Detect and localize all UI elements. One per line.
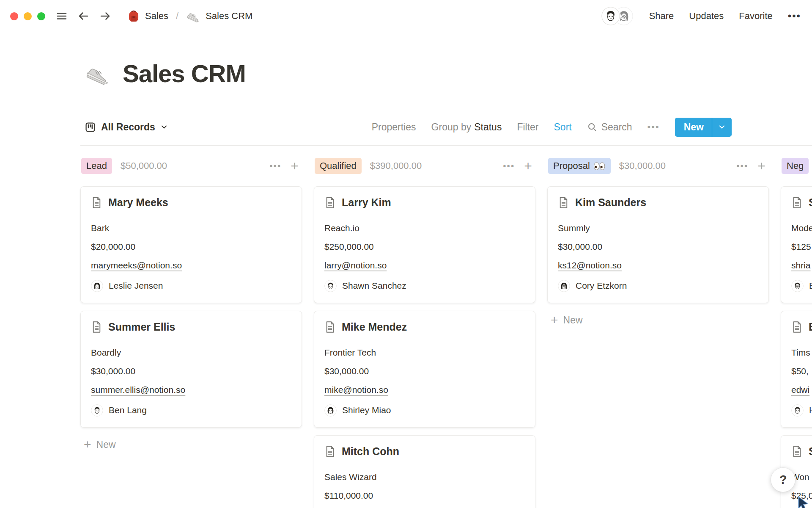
search-icon (587, 122, 598, 133)
add-card-button[interactable]: + New (547, 313, 769, 327)
new-record-main[interactable]: New (675, 118, 712, 137)
status-badge-label: Neg (787, 160, 804, 172)
page-title: Sales CRM (123, 59, 246, 88)
card-owner-row: Shawn Sanchez (324, 277, 525, 294)
more-options-icon[interactable]: ••• (788, 10, 801, 22)
column-add-icon[interactable]: + (291, 160, 299, 172)
card-email-link[interactable]: ks12@notion.so (558, 256, 622, 275)
page-icon (324, 196, 336, 209)
board-column: Qualified $390,000.00 ••• + (314, 157, 535, 508)
card-amount: $250,000.00 (324, 237, 525, 256)
card-title-row: Mitch Cohn (324, 444, 525, 458)
window-controls (10, 12, 45, 20)
card-company: Bark (91, 219, 291, 237)
card-title-row: Mary Meeks (91, 195, 291, 210)
card-owner-row: Shirley Miao (324, 402, 525, 419)
record-card[interactable]: Mitch Cohn Sales Wizard $110,000.00 mitc… (314, 435, 535, 508)
card-email-link[interactable]: edwi (791, 381, 809, 399)
group-by-button[interactable]: Group byStatus (431, 121, 502, 133)
search-button[interactable]: Search (587, 121, 632, 133)
card-email-link[interactable]: mitch@notion.so (324, 505, 391, 508)
column-more-icon[interactable]: ••• (269, 161, 281, 171)
owner-avatar (791, 404, 804, 417)
record-card[interactable]: E Tims $50, edwi H (781, 311, 812, 428)
column-add-icon[interactable]: + (757, 160, 765, 172)
page-icon (791, 321, 803, 333)
close-window-button[interactable] (10, 12, 18, 20)
column-more-icon[interactable]: ••• (736, 161, 748, 171)
breadcrumb-current[interactable]: Sales CRM (206, 11, 252, 22)
view-more-icon[interactable]: ••• (647, 121, 660, 133)
card-owner-row: E (791, 277, 812, 294)
owner-avatar (324, 404, 337, 417)
breadcrumb-root[interactable]: Sales (145, 11, 168, 22)
filter-button[interactable]: Filter (517, 121, 538, 133)
record-card[interactable]: S Mode $125 shria E (781, 186, 812, 303)
mouse-cursor (798, 496, 812, 508)
sort-button[interactable]: Sort (554, 121, 572, 133)
record-card[interactable]: Mike Mendez Frontier Tech $30,000.00 mik… (314, 311, 535, 428)
page-sneaker-icon[interactable] (85, 60, 112, 87)
breadcrumb: Sales / Sales CRM (126, 8, 252, 24)
new-record-dropdown[interactable] (712, 118, 732, 137)
minimize-window-button[interactable] (24, 12, 32, 20)
card-title: S (809, 196, 812, 209)
eyes-emoji-icon (593, 162, 606, 171)
owner-name: Shawn Sanchez (342, 281, 406, 291)
properties-button[interactable]: Properties (372, 121, 416, 133)
owner-name: Cory Etzkorn (576, 281, 627, 291)
card-title-row: Mike Mendez (324, 320, 525, 334)
hamburger-menu-icon[interactable] (55, 10, 68, 22)
column-more-icon[interactable]: ••• (503, 161, 515, 171)
card-amount: $30,000.00 (324, 362, 525, 381)
card-company: Sales Wizard (324, 468, 525, 486)
card-title: Mike Mendez (342, 321, 407, 333)
forward-arrow-icon[interactable] (99, 9, 112, 23)
favorite-button[interactable]: Favorite (739, 11, 772, 22)
card-owner-row: Ben Lang (91, 402, 291, 419)
share-button[interactable]: Share (649, 11, 674, 22)
column-total: $50,000.00 (121, 160, 167, 171)
card-amount: $30,000.00 (91, 362, 291, 381)
status-badge[interactable]: Proposal (548, 158, 611, 174)
card-title-row: Summer Ellis (91, 320, 291, 334)
status-badge-label: Proposal (553, 160, 590, 172)
card-title-row: S (791, 195, 812, 210)
help-button[interactable]: ? (771, 468, 795, 492)
collaborator-avatar[interactable] (601, 7, 620, 25)
column-cards: Kim Saunders Summly $30,000.00 ks12@noti… (547, 186, 769, 303)
group-by-label: Group by (431, 121, 472, 133)
column-total: $390,000.00 (370, 160, 422, 171)
card-amount: $20,000.00 (91, 237, 291, 256)
board-column: Proposal $30,000.00 ••• + (547, 157, 769, 327)
back-arrow-icon[interactable] (77, 9, 90, 23)
status-badge-label: Qualified (320, 160, 357, 172)
record-card[interactable]: Kim Saunders Summly $30,000.00 ks12@noti… (547, 186, 769, 303)
column-add-icon[interactable]: + (524, 160, 532, 172)
card-amount: $30,000.00 (558, 237, 758, 256)
owner-name: Ben Lang (109, 405, 147, 415)
card-email-link[interactable]: marymeeks@notion.so (91, 256, 182, 275)
view-selector[interactable]: All Records (85, 121, 168, 133)
status-badge[interactable]: Qualified (315, 158, 362, 174)
page-icon (558, 196, 569, 209)
board-column: Neg ••• + (781, 157, 812, 508)
add-card-button[interactable]: + New (80, 438, 302, 451)
column-header: Lead $50,000.00 ••• + (80, 157, 302, 175)
board-view-icon (85, 121, 96, 133)
card-email-link[interactable]: shria (791, 256, 811, 275)
status-badge[interactable]: Lead (81, 158, 112, 174)
owner-avatar (91, 404, 103, 417)
card-email-link[interactable]: mike@notion.so (324, 381, 388, 399)
card-email-link[interactable]: larry@notion.so (324, 256, 387, 275)
updates-button[interactable]: Updates (689, 11, 724, 22)
card-email-link[interactable]: summer.ellis@notion.so (91, 381, 185, 399)
status-badge[interactable]: Neg (782, 158, 809, 174)
record-card[interactable]: Summer Ellis Boardly $30,000.00 summer.e… (80, 311, 302, 428)
zoom-window-button[interactable] (37, 12, 45, 20)
owner-name: Shirley Miao (342, 405, 391, 415)
record-card[interactable]: Mary Meeks Bark $20,000.00 marymeeks@not… (80, 186, 302, 303)
record-card[interactable]: Larry Kim Reach.io $250,000.00 larry@not… (314, 186, 535, 303)
card-title-row: Kim Saunders (558, 195, 758, 210)
card-title: Kim Saunders (575, 196, 646, 209)
